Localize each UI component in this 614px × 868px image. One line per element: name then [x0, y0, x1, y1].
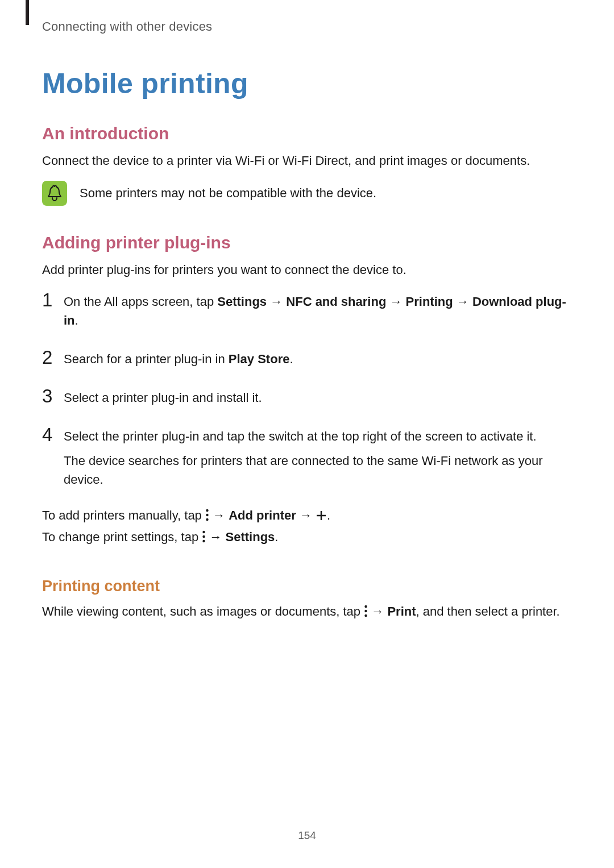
step-number: 1 [42, 290, 55, 309]
arrow: → [296, 508, 316, 522]
text: Select a printer plug-in and install it. [64, 391, 262, 405]
subsection-printing-heading: Printing content [42, 578, 572, 595]
step-number: 2 [42, 348, 55, 367]
text: While viewing content, such as images or… [42, 604, 364, 618]
page-title: Mobile printing [42, 67, 572, 100]
label-settings: Settings [217, 294, 267, 309]
svg-point-9 [364, 610, 367, 612]
plus-icon [316, 510, 327, 521]
text: . [275, 530, 278, 544]
step-2: 2 Search for a printer plug-in in Play S… [42, 348, 572, 368]
svg-point-8 [364, 605, 367, 608]
text: To add printers manually, tap [42, 508, 205, 522]
manual-add-line: To add printers manually, tap → Add prin… [42, 507, 572, 524]
step-body: Select the printer plug-in and tap the s… [64, 425, 572, 489]
text: . [75, 313, 78, 327]
bell-icon [47, 185, 63, 202]
step-body: Search for a printer plug-in in Play Sto… [64, 348, 293, 368]
section-plugins-heading: Adding printer plug-ins [42, 233, 572, 252]
text: To change print settings, tap [42, 530, 202, 544]
step-number: 3 [42, 387, 55, 405]
svg-point-7 [203, 540, 205, 542]
printing-body: While viewing content, such as images or… [42, 603, 572, 620]
plugins-body: Add printer plug-ins for printers you wa… [42, 261, 572, 279]
text-secondary: The device searches for printers that ar… [64, 451, 572, 489]
text: , and then select a printer. [416, 604, 560, 618]
arrow: → [206, 530, 225, 544]
section-intro-heading: An introduction [42, 124, 572, 143]
note-text: Some printers may not be compatible with… [80, 185, 376, 202]
page-content: Connecting with other devices Mobile pri… [0, 0, 614, 621]
breadcrumb: Connecting with other devices [42, 19, 572, 34]
svg-point-1 [206, 514, 208, 516]
change-settings-line: To change print settings, tap → Settings… [42, 529, 572, 546]
step-number: 4 [42, 425, 55, 444]
step-1: 1 On the All apps screen, tap Settings →… [42, 290, 572, 330]
label-settings: Settings [226, 530, 275, 544]
text: On the All apps screen, tap [64, 294, 217, 309]
arrow: → [209, 508, 229, 522]
label-add-printer: Add printer [229, 508, 296, 522]
page-edge-mark [26, 0, 29, 25]
arrow: → [386, 294, 405, 309]
text: . [289, 352, 293, 366]
label-printing: Printing [406, 294, 453, 309]
label-play-store: Play Store [229, 352, 290, 366]
page-number: 154 [0, 829, 614, 842]
note-icon-box [42, 181, 67, 206]
step-3: 3 Select a printer plug-in and install i… [42, 387, 572, 407]
more-icon [205, 509, 209, 521]
svg-point-2 [206, 518, 208, 521]
label-nfc: NFC and sharing [286, 294, 386, 309]
step-4: 4 Select the printer plug-in and tap the… [42, 425, 572, 489]
arrow: → [267, 294, 286, 309]
arrow: → [453, 294, 472, 309]
label-print: Print [387, 604, 416, 618]
text: Search for a printer plug-in in [64, 352, 229, 366]
note-callout: Some printers may not be compatible with… [42, 181, 572, 206]
plugin-steps-list: 1 On the All apps screen, tap Settings →… [42, 290, 572, 489]
svg-point-0 [206, 509, 208, 512]
svg-point-10 [364, 614, 367, 617]
text: Select the printer plug-in and tap the s… [64, 429, 537, 443]
step-body: Select a printer plug-in and install it. [64, 387, 262, 407]
arrow: → [368, 604, 387, 618]
svg-point-6 [203, 535, 205, 538]
svg-point-5 [203, 531, 205, 533]
text: . [327, 508, 330, 522]
intro-body: Connect the device to a printer via Wi-F… [42, 152, 572, 169]
step-body: On the All apps screen, tap Settings → N… [64, 290, 572, 330]
